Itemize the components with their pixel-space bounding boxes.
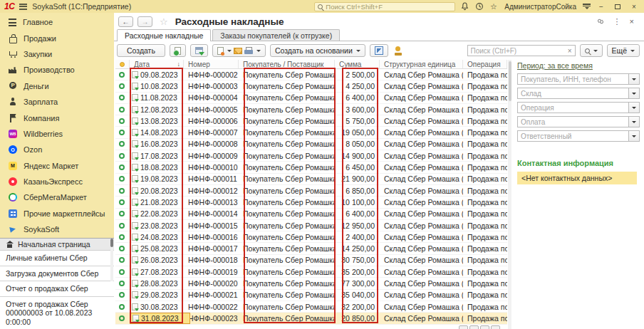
- cell-sum[interactable]: 2 500,00: [335, 69, 380, 80]
- table-row[interactable]: 18.08.2023 НФНФ-000010 Покупатель Сбер Р…: [115, 162, 507, 173]
- cell-unit[interactable]: Склад Сбер Ромашка (Под...: [380, 255, 463, 266]
- table-row[interactable]: 28.08.2023 НФНФ-000020 Покупатель Сбер Р…: [115, 278, 507, 289]
- cell-customer[interactable]: Покупатель Сбер Ромашка: [239, 162, 335, 172]
- cell-operation[interactable]: Продажа покупателю: [463, 243, 507, 254]
- cell-status[interactable]: [115, 185, 130, 196]
- current-user[interactable]: АдминистраторСойка: [504, 3, 576, 11]
- cell-number[interactable]: НФНФ-000002: [184, 69, 239, 80]
- table-row[interactable]: 14.08.2023 НФНФ-000007 Покупатель Сбер Р…: [115, 127, 507, 138]
- main-menu-icon[interactable]: [19, 4, 27, 10]
- cell-status[interactable]: [115, 301, 130, 312]
- filter-input[interactable]: Операция: [517, 102, 629, 113]
- cell-date[interactable]: 26.08.2023: [130, 255, 184, 266]
- cell-status[interactable]: [115, 231, 130, 242]
- cell-status[interactable]: [115, 209, 130, 219]
- cell-operation[interactable]: Продажа покупателю: [463, 255, 507, 266]
- table-row[interactable]: 09.08.2023 НФНФ-000002 Покупатель Сбер Р…: [115, 69, 507, 80]
- cell-sum[interactable]: 77 300,00: [335, 278, 380, 288]
- cell-number[interactable]: НФНФ-000011: [184, 174, 239, 184]
- cell-sum[interactable]: 32 200,00: [335, 301, 380, 312]
- forward-button[interactable]: →: [137, 16, 152, 27]
- cell-customer[interactable]: Покупатель Сбер Ромашка: [239, 243, 335, 254]
- cell-date[interactable]: 29.08.2023: [130, 290, 184, 301]
- cell-operation[interactable]: Продажа покупателю: [463, 162, 507, 172]
- list-search-input[interactable]: Поиск (Ctrl+F) ×: [467, 45, 576, 56]
- cell-number[interactable]: НФНФ-000005: [184, 104, 239, 115]
- table-row[interactable]: 23.08.2023 НФНФ-000015 Покупатель Сбер Р…: [115, 220, 507, 231]
- cell-date[interactable]: 10.08.2023: [130, 80, 184, 91]
- cell-operation[interactable]: Продажа покупателю: [463, 104, 507, 115]
- cell-unit[interactable]: Склад Сбер Ромашка (Под...: [380, 162, 463, 172]
- cell-sum[interactable]: 30 750,00: [335, 255, 380, 266]
- cell-date[interactable]: 28.08.2023: [130, 278, 184, 288]
- table-row[interactable]: 29.08.2023 НФНФ-000021 Покупатель Сбер Р…: [115, 290, 507, 301]
- cell-unit[interactable]: Склад Сбер Ромашка (Под...: [380, 174, 463, 184]
- cell-sum[interactable]: 35 200,00: [335, 266, 380, 277]
- sidebar-item-ozon[interactable]: Ozon: [0, 142, 114, 157]
- cell-number[interactable]: НФНФ-000023: [184, 313, 239, 323]
- table-row[interactable]: 31.08.2023 НФНФ-000023 Покупатель Сбер Р…: [115, 313, 507, 324]
- cell-status[interactable]: [115, 139, 130, 150]
- open-window-item[interactable]: Загрузка документов Сбер: [0, 266, 114, 282]
- sidebar-item-sbermegamarket[interactable]: СберМегаМаркет: [0, 189, 114, 205]
- cell-unit[interactable]: Склад Сбер Ромашка (Под...: [380, 243, 463, 254]
- filter-dropdown-button[interactable]: [629, 88, 640, 99]
- sidebar-item-dengi[interactable]: Деньги: [0, 78, 114, 94]
- cell-customer[interactable]: Покупатель Сбер Ромашка: [239, 290, 335, 301]
- cell-customer[interactable]: Покупатель Сбер Ромашка: [239, 209, 335, 219]
- cell-status[interactable]: [115, 255, 130, 266]
- cell-number[interactable]: НФНФ-000013: [184, 197, 239, 207]
- sidebar-item-prodazhi[interactable]: Продажи: [0, 30, 114, 46]
- cell-unit[interactable]: Склад Сбер Ромашка (Под...: [380, 104, 463, 115]
- cell-date[interactable]: 25.08.2023: [130, 243, 184, 254]
- cell-unit[interactable]: Склад Сбер Ромашка (Под...: [380, 301, 463, 312]
- cell-date[interactable]: 30.08.2023: [130, 301, 184, 312]
- cell-customer[interactable]: Покупатель Сбер Ромашка: [239, 278, 335, 288]
- cell-sum[interactable]: 10 100,00: [335, 197, 380, 207]
- cell-status[interactable]: [115, 127, 130, 137]
- sidebar-item-kazanexpress[interactable]: КазаньЭкспресс: [0, 174, 114, 189]
- cell-date[interactable]: 16.08.2023: [130, 139, 184, 150]
- cell-sum[interactable]: 20 850,00: [335, 313, 380, 323]
- filter-dropdown-button[interactable]: [629, 116, 640, 127]
- cell-operation[interactable]: Продажа покупателю: [463, 93, 507, 103]
- sidebar-item-yandex-market[interactable]: Яндекс Маркет: [0, 158, 114, 174]
- cell-customer[interactable]: Покупатель Сбер Ромашка: [239, 231, 335, 242]
- create-based-on-button[interactable]: Создать на основании: [270, 44, 365, 57]
- cell-date[interactable]: 18.08.2023: [130, 162, 184, 172]
- cell-operation[interactable]: Продажа покупателю: [463, 174, 507, 184]
- cell-unit[interactable]: Склад Сбер Ромашка (Под...: [380, 313, 463, 323]
- cell-status[interactable]: [115, 197, 130, 207]
- cell-unit[interactable]: Склад Сбер Ромашка (Под...: [380, 266, 463, 277]
- cell-number[interactable]: НФНФ-000018: [184, 255, 239, 266]
- sidebar-item-other-marketplaces[interactable]: Прочие маркетплейсы: [0, 206, 114, 221]
- table-row[interactable]: 26.08.2023 НФНФ-000018 Покупатель Сбер Р…: [115, 255, 507, 266]
- filter-dropdown-button[interactable]: [629, 102, 640, 113]
- cell-date[interactable]: 21.08.2023: [130, 197, 184, 207]
- sidebar-item-zakupki[interactable]: Закупки: [0, 46, 114, 62]
- cell-status[interactable]: [115, 69, 130, 80]
- cell-status[interactable]: [115, 162, 130, 172]
- cell-unit[interactable]: Склад Сбер Ромашка (Под...: [380, 278, 463, 288]
- table-row[interactable]: 11.08.2023 НФНФ-000004 Покупатель Сбер Р…: [115, 93, 507, 104]
- table-scrollbar[interactable]: [508, 60, 511, 329]
- filter-dropdown-button[interactable]: [629, 73, 640, 85]
- cell-number[interactable]: НФНФ-000020: [184, 278, 239, 288]
- cell-operation[interactable]: Продажа покупателю: [463, 80, 507, 91]
- cell-date[interactable]: 17.08.2023: [130, 150, 184, 161]
- sidebar-item-proizvodstvo[interactable]: Производство: [0, 62, 114, 78]
- cell-customer[interactable]: Покупатель Сбер Ромашка: [239, 139, 335, 150]
- cell-status[interactable]: [115, 115, 130, 126]
- cell-date[interactable]: 31.08.2023: [130, 313, 190, 323]
- table-row[interactable]: 24.08.2023 НФНФ-000016 Покупатель Сбер Р…: [115, 231, 507, 243]
- minimize-button[interactable]: −: [596, 3, 607, 11]
- cell-customer[interactable]: Покупатель Сбер Ромашка: [239, 185, 335, 196]
- cell-status[interactable]: [115, 290, 130, 301]
- cell-number[interactable]: НФНФ-000017: [184, 243, 239, 254]
- cell-customer[interactable]: Покупатель Сбер Ромашка: [239, 255, 335, 266]
- cell-status[interactable]: [115, 80, 130, 91]
- filter-input[interactable]: Склад: [517, 88, 629, 99]
- home-page-item[interactable]: Начальная страница: [0, 238, 114, 251]
- cell-unit[interactable]: Склад Сбер Ромашка (Под...: [380, 127, 463, 137]
- cell-number[interactable]: НФНФ-000003: [184, 80, 239, 91]
